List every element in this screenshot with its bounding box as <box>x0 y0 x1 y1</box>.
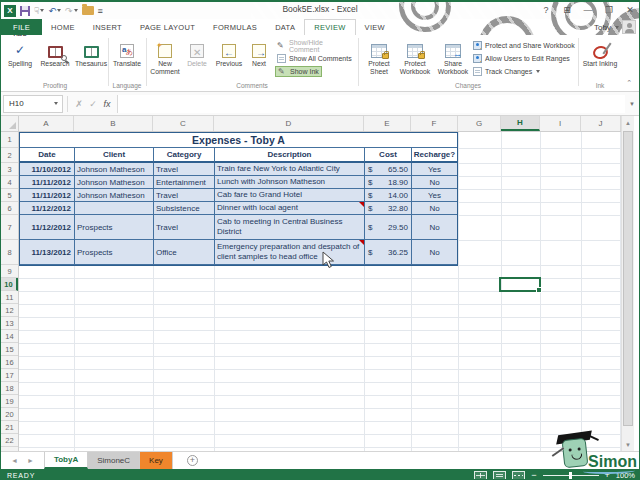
account-area[interactable]: Toby <box>594 20 636 34</box>
row-header[interactable]: 19 <box>1 395 18 408</box>
row-header[interactable]: 12 <box>1 304 18 317</box>
col-header-j[interactable]: J <box>581 116 621 131</box>
tab-view[interactable]: VIEW <box>356 19 394 35</box>
col-header-e[interactable]: E <box>364 116 411 131</box>
cell-category[interactable]: Entertainment <box>154 176 215 189</box>
row-header[interactable]: 7 <box>1 215 18 240</box>
cell-date[interactable]: 11/11/2012 <box>20 176 75 189</box>
tab-insert[interactable]: INSERT <box>84 19 131 35</box>
delete-comment-button[interactable]: ✕ Delete <box>183 38 211 68</box>
cell-category[interactable]: Office <box>154 240 215 265</box>
cell-description[interactable]: Emergency preparation and despatch of cl… <box>215 240 365 265</box>
cell-recharge[interactable]: No <box>412 240 457 265</box>
row-header[interactable]: 11 <box>1 291 18 304</box>
show-ink-button[interactable]: Show Ink <box>275 66 322 77</box>
sheet-prev-icon[interactable]: ◄ <box>11 457 18 464</box>
cell-cost[interactable]: $65.50 <box>365 163 412 176</box>
col-header-f[interactable]: F <box>411 116 458 131</box>
vertical-scrollbar[interactable]: ▲ ▼ <box>621 116 634 451</box>
translate-button[interactable]: Translate <box>109 38 145 68</box>
maximize-icon[interactable]: ❐ <box>602 3 616 16</box>
row-header[interactable]: 9 <box>1 265 18 278</box>
scroll-down-icon[interactable]: ▼ <box>622 438 634 451</box>
undo-icon[interactable]: ↶ <box>48 6 61 16</box>
zoom-level[interactable]: 100% <box>616 471 635 480</box>
name-box[interactable]: H10 <box>3 95 63 113</box>
cell-client[interactable]: Prospects <box>75 240 154 265</box>
row-header[interactable]: 2 <box>1 148 18 163</box>
zoom-in-icon[interactable]: + <box>605 471 610 480</box>
cell-date[interactable]: 11/12/2012 <box>20 202 75 215</box>
cell-client[interactable]: Johnson Matheson <box>75 189 154 202</box>
row-header[interactable]: 5 <box>1 189 18 202</box>
show-all-comments-button[interactable]: Show All Comments <box>275 53 354 64</box>
redo-icon[interactable]: ↷ <box>65 6 78 16</box>
expand-formula-bar-icon[interactable]: ▼ <box>625 101 639 107</box>
row-header[interactable]: 20 <box>1 408 18 421</box>
cell-cost[interactable]: $29.50 <box>365 215 412 240</box>
vertical-scroll-thumb[interactable] <box>623 131 633 426</box>
table-title[interactable]: Expenses - Toby A <box>20 133 457 148</box>
cell-description[interactable]: Train fare New York to Atlantic City <box>215 163 365 176</box>
share-workbook-button[interactable]: ↔ Share Workbook <box>435 38 471 75</box>
enter-icon[interactable]: ✓ <box>86 99 100 109</box>
zoom-out-icon[interactable]: − <box>531 471 536 480</box>
help-icon[interactable]: ? <box>539 3 553 16</box>
tab-review[interactable]: REVIEW <box>304 19 355 35</box>
tab-page-layout[interactable]: PAGE LAYOUT <box>131 19 204 35</box>
select-all-corner[interactable] <box>1 116 19 132</box>
sheet-tab-key[interactable]: Key <box>140 452 173 469</box>
page-break-view-icon[interactable] <box>512 471 525 480</box>
col-header-a[interactable]: A <box>19 116 74 131</box>
cell-description[interactable]: Dinner with local agent <box>215 202 365 215</box>
show-hide-comment-button[interactable]: Show/Hide Comment <box>275 40 357 51</box>
selected-cell-h10[interactable] <box>499 277 541 292</box>
col-header-i[interactable]: I <box>540 116 581 131</box>
cell-recharge[interactable]: Yes <box>412 163 457 176</box>
cell-recharge[interactable]: No <box>412 215 457 240</box>
row-header-selected[interactable]: 10 <box>1 278 18 291</box>
cell-description[interactable]: Cab to meeting in Central Business Distr… <box>215 215 365 240</box>
cell-client[interactable]: Johnson Matheson <box>75 176 154 189</box>
header-client[interactable]: Client <box>75 148 154 163</box>
col-header-c[interactable]: C <box>153 116 214 131</box>
col-header-d[interactable]: D <box>214 116 364 131</box>
scroll-up-icon[interactable]: ▲ <box>622 116 634 129</box>
next-comment-button[interactable]: → Next <box>247 38 271 68</box>
previous-comment-button[interactable]: ← Previous <box>213 38 245 68</box>
row-header[interactable]: 8 <box>1 240 18 265</box>
zoom-slider[interactable] <box>543 475 599 476</box>
thesaurus-button[interactable]: Thesaurus <box>73 38 109 68</box>
cell-recharge[interactable]: No <box>412 202 457 215</box>
cell-cost[interactable]: $32.80 <box>365 202 412 215</box>
start-inking-button[interactable]: Start Inking <box>582 38 618 68</box>
customize-qat-icon[interactable]: ≡ <box>98 6 103 16</box>
header-recharge[interactable]: Recharge? <box>412 148 457 163</box>
header-description[interactable]: Description <box>215 148 365 163</box>
grid-canvas[interactable]: Expenses - Toby A Date Client Category D… <box>19 132 621 451</box>
collapse-ribbon-icon[interactable]: ⌃ <box>626 79 632 87</box>
cell-date[interactable]: 11/12/2012 <box>20 215 75 240</box>
col-header-g[interactable]: G <box>458 116 501 131</box>
cell-recharge[interactable]: Yes <box>412 189 457 202</box>
touch-mode-icon[interactable]: ☟ <box>34 6 44 16</box>
header-date[interactable]: Date <box>20 148 75 163</box>
row-header[interactable]: 3 <box>1 163 18 176</box>
cell-date[interactable]: 11/11/2012 <box>20 189 75 202</box>
sheet-tab-simonec[interactable]: SimoneC <box>88 452 140 469</box>
header-cost[interactable]: Cost <box>365 148 412 163</box>
protect-workbook-button[interactable]: Protect Workbook <box>397 38 433 75</box>
cell-cost[interactable]: $36.25 <box>365 240 412 265</box>
minimize-icon[interactable]: — <box>581 3 595 16</box>
formula-input[interactable] <box>117 95 625 113</box>
cell-category[interactable]: Subsistence <box>154 202 215 215</box>
cell-date[interactable]: 11/10/2012 <box>20 163 75 176</box>
excel-logo-icon[interactable]: X <box>4 5 16 17</box>
protect-sheet-button[interactable]: Protect Sheet <box>363 38 395 75</box>
allow-users-edit-ranges-button[interactable]: Allow Users to Edit Ranges <box>471 53 572 64</box>
row-header[interactable]: 4 <box>1 176 18 189</box>
col-header-b[interactable]: B <box>74 116 153 131</box>
header-category[interactable]: Category <box>154 148 215 163</box>
insert-function-icon[interactable]: fx <box>100 99 114 109</box>
row-header[interactable]: 16 <box>1 356 18 369</box>
